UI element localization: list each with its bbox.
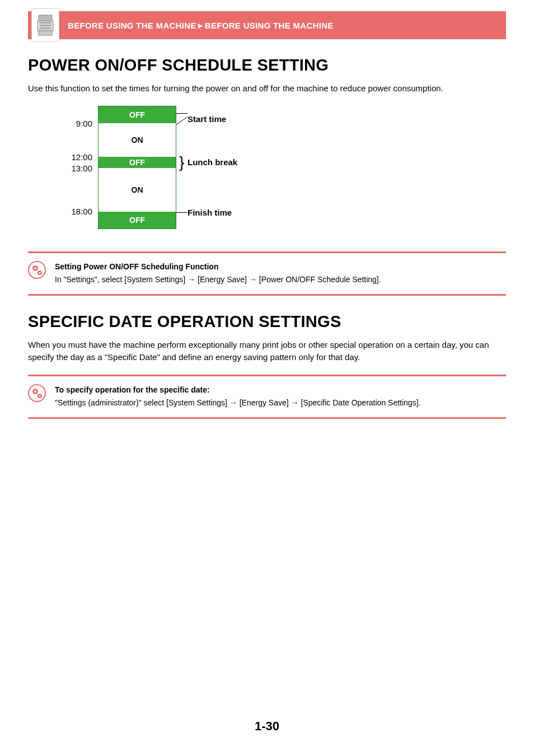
segment-off: OFF bbox=[99, 157, 176, 168]
note-block: To specify operation for the specific da… bbox=[28, 375, 506, 419]
breadcrumb: BEFORE USING THE MACHINE►BEFORE USING TH… bbox=[68, 21, 334, 30]
svg-rect-4 bbox=[40, 27, 51, 29]
section-intro-power-schedule: Use this function to set the times for t… bbox=[28, 82, 506, 95]
page-number: 1-30 bbox=[0, 719, 534, 734]
connector-line bbox=[176, 113, 188, 114]
schedule-diagram: 9:00 12:00 13:00 18:00 OFF ON OFF ON OFF… bbox=[28, 106, 506, 240]
connector-line bbox=[176, 116, 188, 125]
diagram-label-start-time: Start time bbox=[188, 114, 226, 124]
settings-gear-icon bbox=[28, 261, 50, 281]
page-content: POWER ON/OFF SCHEDULE SETTING Use this f… bbox=[28, 56, 506, 419]
note-text: "Settings (administrator)" select [Syste… bbox=[55, 398, 420, 407]
svg-rect-3 bbox=[40, 25, 51, 26]
note-text: In "Settings", select [System Settings] … bbox=[55, 275, 381, 284]
note-body: To specify operation for the specific da… bbox=[55, 384, 420, 409]
connector-line bbox=[176, 212, 188, 213]
time-label: 9:00 bbox=[62, 119, 92, 128]
svg-rect-5 bbox=[39, 31, 52, 35]
svg-rect-0 bbox=[39, 15, 52, 21]
svg-point-13 bbox=[34, 390, 36, 393]
header-bar: BEFORE USING THE MACHINE►BEFORE USING TH… bbox=[28, 11, 506, 39]
diagram-label-lunch-break: Lunch break bbox=[188, 157, 237, 167]
segment-off: OFF bbox=[99, 106, 176, 123]
segment-on: ON bbox=[99, 168, 176, 212]
note-title: To specify operation for the specific da… bbox=[55, 384, 420, 396]
svg-point-8 bbox=[34, 267, 36, 269]
settings-gear-icon bbox=[28, 384, 50, 404]
section-title-specific-date: SPECIFIC DATE OPERATION SETTINGS bbox=[28, 312, 506, 331]
diagram-label-finish-time: Finish time bbox=[188, 208, 232, 217]
time-label: 13:00 bbox=[62, 164, 92, 173]
section-intro-specific-date: When you must have the machine perform e… bbox=[28, 339, 506, 363]
section-title-power-schedule: POWER ON/OFF SCHEDULE SETTING bbox=[28, 56, 506, 74]
svg-rect-2 bbox=[40, 22, 51, 24]
note-title: Setting Power ON/OFF Scheduling Function bbox=[55, 261, 381, 273]
segment-on: ON bbox=[99, 123, 176, 157]
schedule-bar: OFF ON OFF ON OFF bbox=[98, 106, 176, 229]
brace-icon: } bbox=[179, 155, 184, 170]
note-body: Setting Power ON/OFF Scheduling Function… bbox=[55, 261, 381, 286]
machine-icon bbox=[31, 8, 59, 42]
svg-point-15 bbox=[39, 395, 41, 396]
svg-point-10 bbox=[39, 272, 41, 273]
segment-off: OFF bbox=[99, 212, 176, 228]
time-label: 12:00 bbox=[62, 152, 92, 162]
time-label: 18:00 bbox=[62, 207, 92, 216]
note-block: Setting Power ON/OFF Scheduling Function… bbox=[28, 251, 506, 296]
